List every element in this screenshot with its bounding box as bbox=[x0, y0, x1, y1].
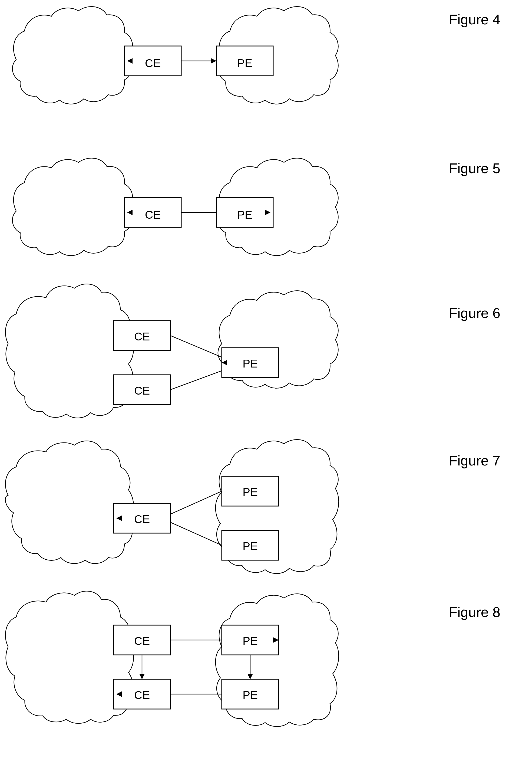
figure5-label: Figure 5 bbox=[449, 160, 500, 176]
figure6-label: Figure 6 bbox=[449, 305, 500, 321]
figure7-pe2-label: PE bbox=[243, 540, 258, 553]
svg-line-2 bbox=[170, 335, 222, 357]
figure6-ce2-label: CE bbox=[134, 384, 150, 397]
figure5-ce-label: CE bbox=[145, 208, 161, 221]
figure7-left-cloud bbox=[5, 441, 134, 564]
figure4-ce-label: CE bbox=[145, 57, 161, 70]
figure4-label: Figure 4 bbox=[449, 12, 500, 27]
figure8-pe2-label: PE bbox=[243, 689, 258, 702]
figure5-left-cloud bbox=[13, 158, 133, 256]
figure8-arrow-down-ce bbox=[139, 674, 145, 679]
figure8-arrow-down-pe bbox=[248, 674, 253, 679]
svg-line-4 bbox=[170, 491, 222, 514]
figure8-label: Figure 8 bbox=[449, 604, 500, 620]
figure8-pe1-label: PE bbox=[243, 635, 258, 647]
figure6-ce1-label: CE bbox=[134, 330, 150, 343]
figure7-ce-label: CE bbox=[134, 513, 150, 526]
figure7-pe1-label: PE bbox=[243, 486, 258, 499]
figure7-label: Figure 7 bbox=[449, 453, 500, 468]
figure8-ce2-label: CE bbox=[134, 689, 150, 702]
svg-line-5 bbox=[170, 522, 222, 545]
svg-line-3 bbox=[170, 371, 222, 390]
figure6-pe-label: PE bbox=[243, 357, 258, 370]
figure4-pe-label: PE bbox=[237, 57, 252, 70]
figure4-left-cloud bbox=[13, 7, 133, 104]
figure5-pe-label: PE bbox=[237, 208, 252, 221]
figure4-arrow-right bbox=[211, 58, 216, 64]
figure8-ce1-label: CE bbox=[134, 635, 150, 647]
